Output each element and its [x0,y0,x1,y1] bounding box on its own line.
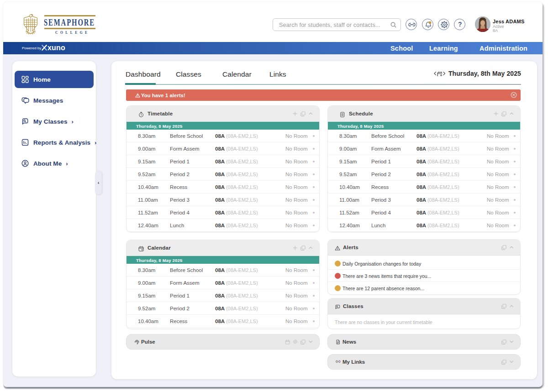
svg-text:xuno: xuno [47,44,65,52]
